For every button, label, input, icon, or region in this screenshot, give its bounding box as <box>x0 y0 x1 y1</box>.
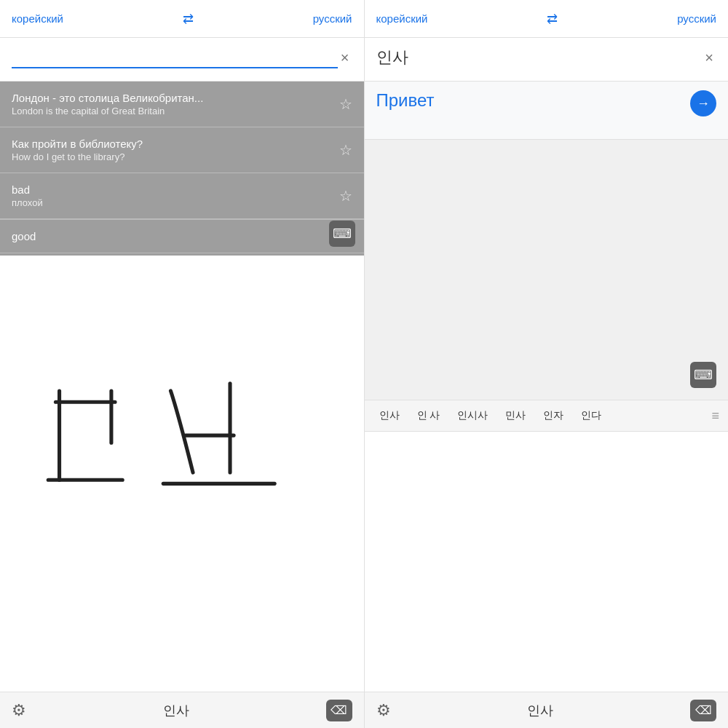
right-keyboard-toggle[interactable]: ⌨ <box>690 362 716 388</box>
right-suggestion-menu-icon[interactable]: ≡ <box>711 408 719 424</box>
history-sub-text: How do I get to the library? <box>12 151 331 162</box>
right-settings-icon[interactable]: ⚙ <box>376 701 391 720</box>
right-source-lang[interactable]: корейский <box>376 12 428 25</box>
left-settings-icon[interactable]: ⚙ <box>12 701 26 720</box>
right-backspace-button[interactable]: ⌫ <box>690 700 716 721</box>
star-icon-1[interactable]: ☆ <box>339 141 352 159</box>
right-suggestion-0[interactable]: 인사 <box>373 406 405 425</box>
right-suggestion-2[interactable]: 인시사 <box>451 406 494 425</box>
right-drawing-area[interactable] <box>365 432 729 692</box>
left-bottom-text: 인사 <box>26 702 326 719</box>
history-item[interactable]: bad плохой ☆ <box>0 173 364 219</box>
right-target-lang[interactable]: русский <box>677 12 716 25</box>
left-panel: корейский ⇄ русский × → Лондон - это сто… <box>0 0 365 728</box>
history-main-text: Лондон - это столица Великобритан... <box>12 92 331 104</box>
history-item-partial[interactable]: good <box>0 220 364 253</box>
left-clear-button[interactable]: × <box>338 47 352 69</box>
star-icon-2[interactable]: ☆ <box>339 187 352 205</box>
left-backspace-button[interactable]: ⌫ <box>326 700 352 721</box>
right-suggestion-1[interactable]: 인 사 <box>411 406 446 425</box>
right-bottom-text: 인사 <box>391 702 691 719</box>
right-source-text: 인사 <box>376 47 703 68</box>
right-keyboard-icon: ⌨ <box>694 367 713 383</box>
right-suggestion-bar: 인사 인 사 인시사 민사 인자 인다 ≡ <box>365 400 729 432</box>
history-main-text: Как пройти в библиотеку? <box>12 138 331 150</box>
right-swap-icon[interactable]: ⇄ <box>547 11 558 27</box>
right-panel: корейский ⇄ русский 인사 × Привет → ⌨ 인사 인… <box>365 0 729 728</box>
right-translated-text: Привет <box>376 90 435 111</box>
right-bottom-bar: ⚙ 인사 ⌫ <box>365 692 729 728</box>
left-lang-bar: корейский ⇄ русский <box>0 0 364 38</box>
history-sub-text: London is the capital of Great Britain <box>12 106 331 116</box>
backspace-icon: ⌫ <box>331 703 347 717</box>
history-sub-text: плохой <box>12 197 331 208</box>
keyboard-icon: ⌨ <box>333 226 352 242</box>
right-forward-icon: → <box>697 96 710 111</box>
right-lang-bar: корейский ⇄ русский <box>365 0 729 38</box>
left-target-lang[interactable]: русский <box>313 12 352 25</box>
right-suggestion-3[interactable]: 민사 <box>499 406 531 425</box>
left-bottom-bar: ⚙ 인사 ⌫ <box>0 692 364 728</box>
history-item[interactable]: Лондон - это столица Великобритан... Lon… <box>0 82 364 127</box>
left-swap-icon[interactable]: ⇄ <box>183 11 194 27</box>
keyboard-toggle-button[interactable]: ⌨ <box>329 221 355 247</box>
star-icon-0[interactable]: ☆ <box>339 95 352 113</box>
right-content-area: ⌨ <box>365 140 729 400</box>
left-history-list: Лондон - это столица Великобритан... Lon… <box>0 82 364 256</box>
right-backspace-icon: ⌫ <box>695 703 712 717</box>
left-source-lang[interactable]: корейский <box>12 12 63 25</box>
right-clear-button[interactable]: × <box>702 47 716 69</box>
history-main-text: bad <box>12 183 331 196</box>
right-forward-button[interactable]: → <box>690 90 716 116</box>
right-suggestion-4[interactable]: 인자 <box>537 406 569 425</box>
right-suggestion-5[interactable]: 인다 <box>575 406 607 425</box>
right-input-area: 인사 × <box>365 38 729 82</box>
left-input-area: × <box>0 38 364 82</box>
history-item[interactable]: Как пройти в библиотеку? How do I get to… <box>0 127 364 173</box>
right-translation-area: Привет → <box>365 82 729 140</box>
history-main-good: good <box>12 230 352 242</box>
left-text-input[interactable] <box>12 47 338 68</box>
